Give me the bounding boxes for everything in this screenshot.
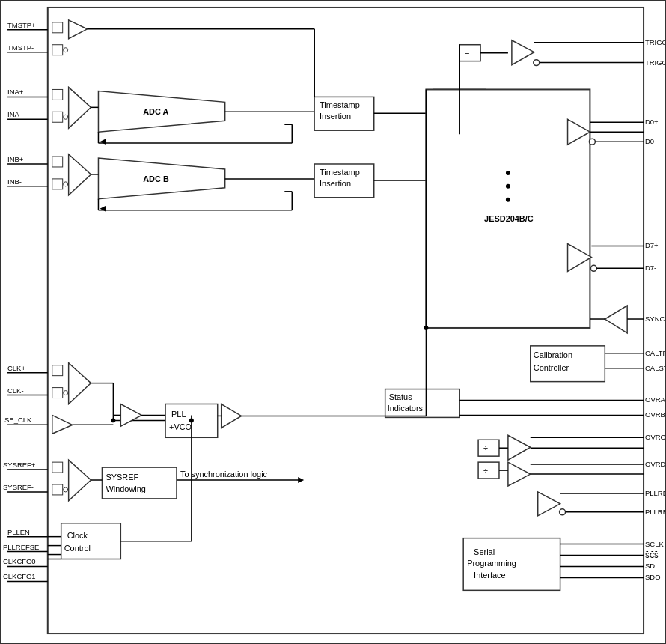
timestamp1-line2: Insertion [320, 112, 351, 121]
spi-line3: Interface [474, 571, 506, 580]
timestamp1-line1: Timestamp [320, 100, 360, 109]
sdo-label: SDO [645, 573, 660, 581]
cal-ctrl-line1: Calibration [534, 350, 572, 359]
svg-marker-98 [538, 492, 560, 516]
ina-pos-label: INA+ [7, 88, 24, 96]
pllrefo-pos-label: PLLREFO+ [645, 489, 665, 497]
svg-marker-12 [69, 87, 91, 128]
ovrd-label: OVRD [645, 460, 665, 468]
svg-point-63 [534, 60, 540, 66]
d7-pos-label: D7+ [645, 241, 659, 249]
svg-point-71 [589, 139, 595, 145]
svg-marker-18 [69, 154, 91, 195]
svg-marker-6 [69, 20, 88, 39]
svg-point-11 [64, 115, 68, 119]
svg-rect-125 [61, 523, 121, 559]
pll-vco-line1: PLL [171, 410, 186, 419]
serdes-divider: ÷ [465, 49, 469, 58]
svg-point-67 [506, 171, 510, 175]
svg-point-68 [506, 184, 510, 189]
ovrc-divider: ÷ [483, 443, 488, 452]
sysref-pos-label: SYSREF+ [3, 461, 36, 469]
ovrb-label: OVRB [645, 410, 665, 419]
d0-neg-label: D0- [645, 137, 656, 145]
status-line2: Indicators [388, 404, 424, 413]
svg-rect-30 [52, 484, 63, 495]
pllrefse-label: PLLREFSE [3, 543, 39, 551]
d0-pos-label: D0+ [645, 118, 659, 126]
svg-marker-52 [100, 206, 106, 212]
block-diagram: TMSTP+ TMSTP- INA+ INA- INB+ INB- CLK+ C… [0, 0, 666, 644]
adc-a-label: ADC A [143, 107, 168, 116]
sclk-label: SCLK [645, 540, 664, 548]
tmstp-pos-label: TMSTP+ [7, 21, 36, 29]
pllrefo-neg-label: PLLREFO- [645, 508, 665, 516]
svg-marker-44 [100, 139, 106, 145]
clk-pos-label: CLK+ [7, 364, 25, 372]
svg-marker-94 [508, 462, 531, 486]
se-clk-label: SE_CLK [4, 416, 32, 424]
ina-neg-label: INA- [7, 110, 22, 118]
sysref-neg-label: SYSREF- [3, 483, 34, 491]
caltrig-label: CALTRIG [645, 349, 665, 357]
svg-point-23 [64, 391, 68, 395]
trigout-pos-label: TRIGOUT+ [645, 38, 665, 46]
ovrd-divider: ÷ [483, 466, 488, 475]
svg-point-76 [590, 265, 596, 271]
svg-marker-62 [512, 40, 534, 65]
svg-point-31 [64, 487, 68, 492]
spi-line2: Programming [467, 559, 516, 568]
svg-point-17 [64, 182, 68, 186]
svg-rect-16 [52, 179, 63, 189]
svg-rect-66 [426, 89, 590, 328]
pllen-label: PLLEN [7, 528, 30, 536]
trigout-neg-label: TRIGOUT- [645, 58, 665, 67]
sysref-wind-line1: SYSREF [106, 473, 138, 482]
timestamp2-line1: Timestamp [320, 168, 360, 177]
svg-point-99 [560, 509, 566, 515]
spi-line1: Serial [474, 547, 495, 556]
svg-marker-24 [69, 363, 91, 404]
tmstp-neg-label: TMSTP- [7, 43, 34, 52]
svg-point-5 [64, 48, 68, 52]
svg-rect-9 [52, 89, 63, 100]
adc-b-label: ADC B [143, 174, 169, 183]
svg-rect-29 [52, 462, 63, 473]
clk-neg-label: CLK- [7, 386, 24, 395]
timestamp2-line2: Insertion [320, 179, 351, 188]
cal-ctrl-line2: Controller [534, 363, 569, 372]
svg-marker-32 [69, 460, 91, 501]
svg-marker-124 [298, 477, 304, 483]
svg-marker-26 [52, 415, 73, 434]
inb-pos-label: INB+ [7, 155, 24, 163]
jesd-label: JESD204B/C [484, 214, 534, 223]
svg-rect-22 [52, 388, 63, 398]
ovrc-label: OVRC [645, 433, 665, 441]
inb-neg-label: INB- [7, 177, 22, 186]
svg-marker-89 [508, 435, 531, 460]
clkcfg0-label: CLKCFG0 [3, 557, 36, 565]
status-line1: Status [389, 393, 413, 402]
clock-ctrl-line1: Clock [67, 531, 88, 540]
svg-rect-88 [478, 440, 499, 456]
svg-rect-3 [52, 22, 63, 33]
pll-vco-line2: +VCO [169, 422, 192, 431]
sync-logic-label: To synchronization logic [180, 470, 268, 479]
svg-marker-113 [120, 404, 141, 426]
svg-rect-10 [52, 112, 63, 122]
scs-label: S̄C̄S̄ [645, 551, 659, 559]
svg-rect-60 [459, 45, 480, 61]
svg-marker-116 [222, 404, 242, 428]
svg-rect-93 [478, 462, 499, 479]
svg-point-112 [111, 418, 115, 422]
svg-point-69 [506, 198, 510, 202]
clock-ctrl-line2: Control [64, 544, 91, 553]
calstat-label: CALSTAT [645, 364, 665, 372]
svg-rect-4 [52, 45, 63, 55]
sysref-wind-line2: Windowing [106, 484, 146, 493]
svg-rect-21 [52, 365, 63, 376]
syncse-label: SYNCSE\ [645, 315, 665, 323]
svg-rect-15 [52, 157, 63, 167]
svg-point-133 [189, 418, 194, 422]
ovra-label: OVRA [645, 395, 665, 404]
